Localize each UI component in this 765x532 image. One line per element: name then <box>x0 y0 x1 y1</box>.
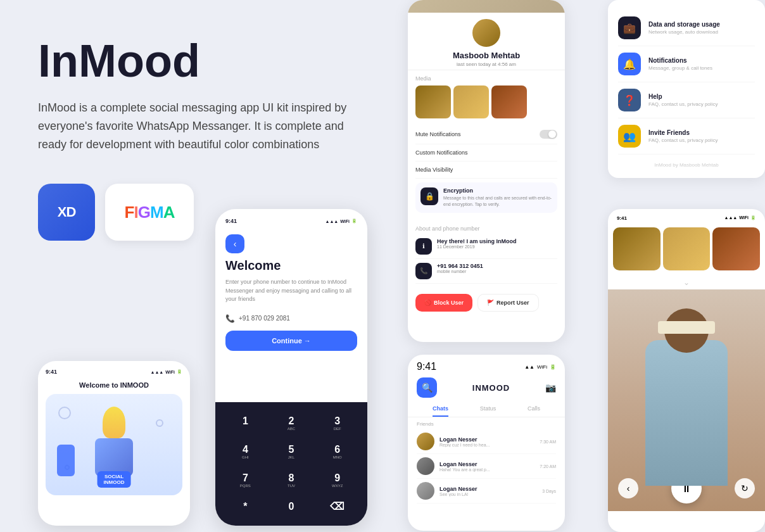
photo-media-strip <box>608 227 765 276</box>
key-2[interactable]: 2ABC <box>269 410 314 437</box>
friend-time-2: 7:20 AM <box>540 464 556 469</box>
key-8[interactable]: 8TUV <box>269 467 314 494</box>
mute-toggle[interactable] <box>540 130 557 139</box>
notifications-title: Notifications <box>648 57 712 64</box>
encryption-text: Encryption Message to this chat and call… <box>443 187 552 208</box>
nav-brand: INMOOD <box>472 383 510 393</box>
tab-calls[interactable]: Calls <box>528 402 540 417</box>
phone-media-header: 9:41 ▲▲ WiFi 🔋 <box>408 355 565 375</box>
settings-item-notifications[interactable]: 🔔 Notifications Message, group & call to… <box>618 46 755 82</box>
mute-notifications-row: Mute Notifications <box>415 125 557 144</box>
contact-status: last seen today at 4:56 am <box>457 61 516 67</box>
key-0[interactable]: 0 <box>269 495 314 518</box>
notifications-desc: Message, group & call tones <box>648 65 712 71</box>
settings-item-data[interactable]: 💼 Data and storage usage Network usage, … <box>618 10 755 46</box>
friend-avatar-1 <box>417 433 434 450</box>
photo-thumb-1[interactable] <box>613 227 661 270</box>
notifications-text: Notifications Message, group & call tone… <box>648 57 712 71</box>
encryption-title: Encryption <box>443 187 552 194</box>
key-star[interactable]: * <box>223 495 268 518</box>
contact-cover-image <box>408 0 565 13</box>
media-visibility-row[interactable]: Media Visibility <box>415 162 557 179</box>
about-bio-text: Hey there! I am using InMood <box>437 238 517 244</box>
report-user-button[interactable]: 🚩 Report User <box>477 294 539 312</box>
key-backspace[interactable]: ⌫ <box>315 495 360 518</box>
friend-msg-2: Haha! You are a great p... <box>439 467 503 472</box>
key-7[interactable]: 7PQRS <box>223 467 268 494</box>
block-user-button[interactable]: 🚫 Block User <box>415 294 472 312</box>
phone-number-display: +91 870 029 2081 <box>239 315 290 322</box>
brand-title: InMood <box>38 38 355 84</box>
friend-avatar-3 <box>417 482 434 500</box>
chevron-down-icon: ⌄ <box>608 276 765 289</box>
settings-item-invite[interactable]: 👥 Invite Friends FAQ, contact us, privac… <box>618 118 755 155</box>
photo-thumb-3[interactable] <box>712 227 760 270</box>
tab-chats[interactable]: Chats <box>433 402 448 417</box>
phone-input-row: 📞 +91 870 029 2081 <box>215 314 367 323</box>
key-3[interactable]: 3DEF <box>315 410 360 437</box>
friend-info-3: Logan Nesser See you in LA! <box>439 486 537 497</box>
phone-welcome-content: Welcome Enter your phone number to conti… <box>215 258 367 304</box>
photo-card-time: 9:41 <box>617 215 627 221</box>
friend-row-3[interactable]: Logan Nesser See you in LA! 3 Days <box>417 479 556 504</box>
block-label: Block User <box>434 300 464 306</box>
phone-icon: 📞 <box>225 314 235 323</box>
phone-icon: 📞 <box>415 263 432 279</box>
prev-button[interactable]: ‹ <box>618 478 638 498</box>
phone-welcome-title: Welcome <box>225 258 357 273</box>
continue-button[interactable]: Continue → <box>225 331 357 351</box>
photo-thumb-2[interactable] <box>663 227 711 270</box>
report-icon: 🚩 <box>487 300 494 306</box>
next-button[interactable]: ↻ <box>735 478 755 498</box>
person-body <box>645 340 728 486</box>
data-storage-text: Data and storage usage Network usage, au… <box>648 21 720 35</box>
phone-small-header: 9:41 ▲▲▲ WiFi 🔋 <box>46 369 182 375</box>
phone-media-nav: 🔍 INMOOD 📷 <box>408 375 565 402</box>
phone-small-time: 9:41 <box>46 369 57 375</box>
encryption-box[interactable]: 🔒 Encryption Message to this chat and ca… <box>415 182 557 213</box>
search-button[interactable]: 🔍 <box>417 377 437 398</box>
custom-label: Custom Notifications <box>415 149 468 156</box>
xd-badge: XD <box>38 184 95 241</box>
key-9[interactable]: 9WXYZ <box>315 467 360 494</box>
friend-info-1: Logan Nesser Reply cuz I need to hea... <box>439 436 534 447</box>
phone-small-status: ▲▲▲ WiFi 🔋 <box>150 369 182 374</box>
tab-status[interactable]: Status <box>480 402 496 417</box>
phone-middle-time: 9:41 <box>225 218 237 224</box>
media-thumb-1[interactable] <box>415 86 451 118</box>
mute-label: Mute Notifications <box>415 131 461 137</box>
phone-welcome-mockup: 9:41 ▲▲▲ WiFi 🔋 ‹ Welcome Enter your pho… <box>215 209 367 526</box>
help-icon: ❓ <box>618 89 641 111</box>
key-4[interactable]: 4GHI <box>223 438 268 466</box>
figma-badge: FIGMA <box>105 184 194 241</box>
phone-small-illustration: SOCIALINMOOD <box>46 394 182 495</box>
key-1[interactable]: 1 <box>223 410 268 437</box>
media-thumbnails <box>415 86 557 118</box>
about-title: About and phone number <box>415 225 557 232</box>
key-5[interactable]: 5JKL <box>269 438 314 466</box>
block-icon: 🚫 <box>424 300 431 306</box>
phone-middle-back-button[interactable]: ‹ <box>225 234 244 253</box>
phone-media-mockup: 9:41 ▲▲ WiFi 🔋 🔍 INMOOD 📷 Chats Status C… <box>408 355 565 531</box>
friend-msg-1: Reply cuz I need to hea... <box>439 443 503 447</box>
camera-icon[interactable]: 📷 <box>545 383 556 393</box>
brand-description: InMood is a complete social messaging ap… <box>38 99 355 153</box>
illustration-figure <box>57 445 75 476</box>
about-section: About and phone number ℹ Hey there! I am… <box>408 222 565 288</box>
custom-notifications-row[interactable]: Custom Notifications <box>415 144 557 162</box>
media-thumb-3[interactable] <box>491 86 527 118</box>
media-thumb-2[interactable] <box>453 86 489 118</box>
about-bio-content: Hey there! I am using InMood 11 December… <box>437 238 517 249</box>
invite-title: Invite Friends <box>648 129 718 136</box>
contact-avatar <box>471 18 502 48</box>
help-title: Help <box>648 93 718 100</box>
friend-row-2[interactable]: Logan Nesser Haha! You are a great p... … <box>417 454 556 479</box>
deco-circle <box>58 407 71 419</box>
info-icon: ℹ <box>415 238 432 255</box>
key-6[interactable]: 6MNO <box>315 438 360 466</box>
phone-media-tabs: Chats Status Calls <box>408 402 565 417</box>
settings-item-help[interactable]: ❓ Help FAQ, contact us, privacy policy <box>618 82 755 118</box>
friend-row-1[interactable]: Logan Nesser Reply cuz I need to hea... … <box>417 429 556 454</box>
invite-desc: FAQ, contact us, privacy policy <box>648 137 718 143</box>
friend-avatar-2 <box>417 457 434 475</box>
